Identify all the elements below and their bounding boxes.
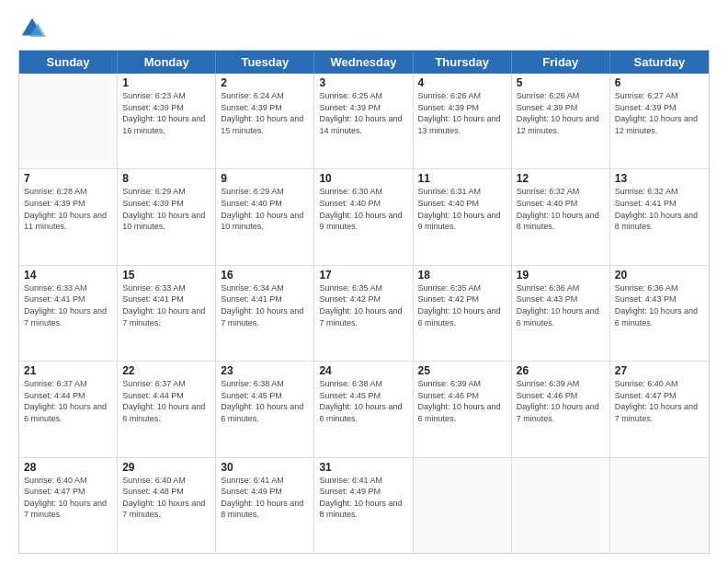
day-number: 13: [615, 172, 704, 185]
cell-info: Sunrise: 6:35 AM Sunset: 4:42 PM Dayligh…: [319, 282, 407, 328]
calendar-cell-day-8: 8Sunrise: 6:29 AM Sunset: 4:39 PM Daylig…: [118, 169, 216, 264]
calendar-header: SundayMondayTuesdayWednesdayThursdayFrid…: [19, 51, 709, 74]
header: [18, 15, 710, 42]
calendar-cell-day-18: 18Sunrise: 6:35 AM Sunset: 4:42 PM Dayli…: [414, 266, 512, 361]
cell-info: Sunrise: 6:40 AM Sunset: 4:48 PM Dayligh…: [122, 475, 210, 521]
cell-info: Sunrise: 6:36 AM Sunset: 4:43 PM Dayligh…: [615, 282, 704, 328]
logo-icon: [18, 15, 46, 42]
cell-info: Sunrise: 6:27 AM Sunset: 4:39 PM Dayligh…: [615, 90, 704, 136]
calendar-cell-day-23: 23Sunrise: 6:38 AM Sunset: 4:45 PM Dayli…: [216, 362, 314, 456]
calendar-cell-day-26: 26Sunrise: 6:39 AM Sunset: 4:46 PM Dayli…: [512, 362, 610, 456]
calendar-cell-day-17: 17Sunrise: 6:35 AM Sunset: 4:42 PM Dayli…: [314, 266, 413, 361]
cell-info: Sunrise: 6:26 AM Sunset: 4:39 PM Dayligh…: [418, 90, 506, 136]
cell-info: Sunrise: 6:23 AM Sunset: 4:39 PM Dayligh…: [122, 90, 210, 136]
calendar-cell-day-15: 15Sunrise: 6:33 AM Sunset: 4:41 PM Dayli…: [118, 266, 216, 361]
cell-info: Sunrise: 6:39 AM Sunset: 4:46 PM Dayligh…: [418, 378, 506, 424]
day-number: 27: [615, 364, 704, 377]
day-number: 22: [122, 364, 210, 377]
day-number: 24: [319, 364, 407, 377]
cell-info: Sunrise: 6:41 AM Sunset: 4:49 PM Dayligh…: [319, 475, 407, 521]
day-number: 29: [122, 461, 210, 474]
day-number: 10: [319, 172, 407, 185]
cell-info: Sunrise: 6:29 AM Sunset: 4:40 PM Dayligh…: [221, 186, 309, 232]
cell-info: Sunrise: 6:25 AM Sunset: 4:39 PM Dayligh…: [319, 90, 407, 136]
calendar-cell-day-31: 31Sunrise: 6:41 AM Sunset: 4:49 PM Dayli…: [314, 458, 413, 553]
day-number: 8: [122, 172, 210, 185]
cell-info: Sunrise: 6:28 AM Sunset: 4:39 PM Dayligh…: [24, 186, 112, 232]
cell-info: Sunrise: 6:32 AM Sunset: 4:40 PM Dayligh…: [517, 186, 605, 232]
calendar-cell-day-30: 30Sunrise: 6:41 AM Sunset: 4:49 PM Dayli…: [216, 458, 314, 553]
cell-info: Sunrise: 6:26 AM Sunset: 4:39 PM Dayligh…: [517, 90, 605, 136]
header-day-saturday: Saturday: [610, 51, 709, 74]
day-number: 11: [418, 172, 506, 185]
calendar-row-1: 7Sunrise: 6:28 AM Sunset: 4:39 PM Daylig…: [19, 169, 709, 265]
cell-info: Sunrise: 6:33 AM Sunset: 4:41 PM Dayligh…: [24, 282, 112, 328]
day-number: 6: [615, 76, 704, 89]
cell-info: Sunrise: 6:34 AM Sunset: 4:41 PM Dayligh…: [221, 282, 309, 328]
cell-info: Sunrise: 6:32 AM Sunset: 4:41 PM Dayligh…: [615, 186, 704, 232]
day-number: 9: [221, 172, 309, 185]
calendar-cell-empty-4-5: [512, 458, 610, 553]
day-number: 16: [221, 269, 309, 282]
calendar-cell-day-6: 6Sunrise: 6:27 AM Sunset: 4:39 PM Daylig…: [610, 74, 709, 168]
cell-info: Sunrise: 6:36 AM Sunset: 4:43 PM Dayligh…: [517, 282, 605, 328]
day-number: 26: [517, 364, 605, 377]
day-number: 23: [221, 364, 309, 377]
day-number: 31: [319, 461, 407, 474]
cell-info: Sunrise: 6:39 AM Sunset: 4:46 PM Dayligh…: [517, 378, 605, 424]
day-number: 12: [517, 172, 605, 185]
calendar-cell-day-5: 5Sunrise: 6:26 AM Sunset: 4:39 PM Daylig…: [512, 74, 610, 168]
calendar-cell-empty-0-0: [19, 74, 118, 168]
header-day-monday: Monday: [118, 51, 216, 74]
calendar-cell-day-4: 4Sunrise: 6:26 AM Sunset: 4:39 PM Daylig…: [414, 74, 512, 168]
header-day-thursday: Thursday: [414, 51, 512, 74]
calendar-cell-day-7: 7Sunrise: 6:28 AM Sunset: 4:39 PM Daylig…: [19, 169, 118, 264]
calendar-cell-day-13: 13Sunrise: 6:32 AM Sunset: 4:41 PM Dayli…: [610, 169, 709, 264]
calendar-cell-day-10: 10Sunrise: 6:30 AM Sunset: 4:40 PM Dayli…: [314, 169, 413, 264]
cell-info: Sunrise: 6:41 AM Sunset: 4:49 PM Dayligh…: [221, 475, 309, 521]
day-number: 17: [319, 269, 407, 282]
day-number: 15: [122, 269, 210, 282]
day-number: 20: [615, 269, 704, 282]
cell-info: Sunrise: 6:38 AM Sunset: 4:45 PM Dayligh…: [319, 378, 407, 424]
day-number: 14: [24, 269, 112, 282]
calendar-cell-day-11: 11Sunrise: 6:31 AM Sunset: 4:40 PM Dayli…: [414, 169, 512, 264]
calendar-cell-empty-4-6: [610, 458, 709, 553]
calendar-cell-day-14: 14Sunrise: 6:33 AM Sunset: 4:41 PM Dayli…: [19, 266, 118, 361]
cell-info: Sunrise: 6:38 AM Sunset: 4:45 PM Dayligh…: [221, 378, 309, 424]
day-number: 1: [122, 76, 210, 89]
cell-info: Sunrise: 6:40 AM Sunset: 4:47 PM Dayligh…: [24, 475, 112, 521]
day-number: 28: [24, 461, 112, 474]
calendar-cell-day-20: 20Sunrise: 6:36 AM Sunset: 4:43 PM Dayli…: [610, 266, 709, 361]
calendar-row-4: 28Sunrise: 6:40 AM Sunset: 4:47 PM Dayli…: [19, 458, 709, 553]
calendar-cell-day-3: 3Sunrise: 6:25 AM Sunset: 4:39 PM Daylig…: [314, 74, 413, 168]
cell-info: Sunrise: 6:24 AM Sunset: 4:39 PM Dayligh…: [221, 90, 309, 136]
calendar-cell-day-29: 29Sunrise: 6:40 AM Sunset: 4:48 PM Dayli…: [118, 458, 216, 553]
calendar-cell-day-27: 27Sunrise: 6:40 AM Sunset: 4:47 PM Dayli…: [610, 362, 709, 456]
calendar-cell-day-19: 19Sunrise: 6:36 AM Sunset: 4:43 PM Dayli…: [512, 266, 610, 361]
calendar-cell-day-1: 1Sunrise: 6:23 AM Sunset: 4:39 PM Daylig…: [118, 74, 216, 168]
calendar-cell-day-21: 21Sunrise: 6:37 AM Sunset: 4:44 PM Dayli…: [19, 362, 118, 456]
calendar-row-2: 14Sunrise: 6:33 AM Sunset: 4:41 PM Dayli…: [19, 266, 709, 362]
calendar: SundayMondayTuesdayWednesdayThursdayFrid…: [18, 50, 710, 554]
calendar-cell-day-22: 22Sunrise: 6:37 AM Sunset: 4:44 PM Dayli…: [118, 362, 216, 456]
calendar-row-3: 21Sunrise: 6:37 AM Sunset: 4:44 PM Dayli…: [19, 362, 709, 457]
cell-info: Sunrise: 6:40 AM Sunset: 4:47 PM Dayligh…: [615, 378, 704, 424]
header-day-tuesday: Tuesday: [216, 51, 314, 74]
calendar-cell-day-24: 24Sunrise: 6:38 AM Sunset: 4:45 PM Dayli…: [314, 362, 413, 456]
calendar-cell-day-9: 9Sunrise: 6:29 AM Sunset: 4:40 PM Daylig…: [216, 169, 314, 264]
cell-info: Sunrise: 6:37 AM Sunset: 4:44 PM Dayligh…: [122, 378, 210, 424]
calendar-cell-empty-4-4: [414, 458, 512, 553]
calendar-body: 1Sunrise: 6:23 AM Sunset: 4:39 PM Daylig…: [19, 74, 709, 553]
calendar-cell-day-28: 28Sunrise: 6:40 AM Sunset: 4:47 PM Dayli…: [19, 458, 118, 553]
day-number: 25: [418, 364, 506, 377]
calendar-row-0: 1Sunrise: 6:23 AM Sunset: 4:39 PM Daylig…: [19, 74, 709, 169]
day-number: 19: [517, 269, 605, 282]
calendar-cell-day-12: 12Sunrise: 6:32 AM Sunset: 4:40 PM Dayli…: [512, 169, 610, 264]
calendar-cell-day-2: 2Sunrise: 6:24 AM Sunset: 4:39 PM Daylig…: [216, 74, 314, 168]
cell-info: Sunrise: 6:33 AM Sunset: 4:41 PM Dayligh…: [122, 282, 210, 328]
page: SundayMondayTuesdayWednesdayThursdayFrid…: [0, 0, 728, 563]
day-number: 18: [418, 269, 506, 282]
calendar-cell-day-16: 16Sunrise: 6:34 AM Sunset: 4:41 PM Dayli…: [216, 266, 314, 361]
header-day-wednesday: Wednesday: [314, 51, 413, 74]
